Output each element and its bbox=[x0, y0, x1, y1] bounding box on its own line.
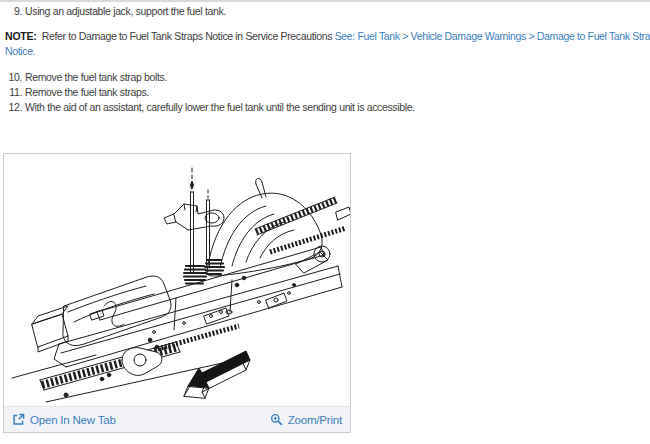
step-text: With the aid of an assistant, carefully … bbox=[25, 100, 415, 115]
instructions-block: 9. Using an adjustable jack, support the… bbox=[0, 2, 650, 115]
step-text: Using an adjustable jack, support the fu… bbox=[25, 4, 226, 19]
open-in-new-tab-link[interactable]: Open In New Tab bbox=[12, 413, 116, 426]
zoom-in-icon bbox=[270, 413, 283, 426]
reference-link-line1[interactable]: See: Fuel Tank > Vehicle Damage Warnings… bbox=[335, 30, 650, 42]
step-text: Remove the fuel tank straps. bbox=[25, 85, 149, 100]
zoom-print-link[interactable]: Zoom/Print bbox=[270, 413, 342, 426]
step-item: 12. With the aid of an assistant, carefu… bbox=[5, 100, 650, 115]
figure-canvas[interactable] bbox=[4, 154, 350, 406]
mount-bracket bbox=[122, 348, 162, 376]
step-text: Remove the fuel tank strap bolts. bbox=[25, 70, 167, 85]
direction-arrow bbox=[184, 351, 250, 398]
frame-rail-near bbox=[54, 266, 342, 367]
step-number: 12. bbox=[5, 100, 22, 115]
step-number: 11. bbox=[5, 85, 22, 100]
frame-rail-far bbox=[97, 247, 324, 320]
zoom-print-label[interactable]: Zoom/Print bbox=[288, 414, 342, 426]
step-number: 10. bbox=[5, 70, 22, 85]
figure-panel: Open In New Tab Zoom/Print bbox=[3, 153, 351, 433]
step-item: 11. Remove the fuel tank straps. bbox=[5, 85, 650, 100]
chassis-fuel-tank-diagram bbox=[4, 154, 350, 406]
note-label: NOTE: bbox=[5, 30, 37, 42]
open-in-new-tab-label[interactable]: Open In New Tab bbox=[30, 414, 116, 426]
figure-toolbar: Open In New Tab Zoom/Print bbox=[4, 406, 350, 432]
jack-rods bbox=[191, 168, 210, 272]
step-item: 9. Using an adjustable jack, support the… bbox=[5, 4, 650, 19]
reference-link-line2[interactable]: Notice. bbox=[5, 45, 35, 57]
note-body: Refer to Damage to Fuel Tank Straps Noti… bbox=[42, 30, 332, 42]
open-in-new-tab-icon bbox=[12, 413, 25, 426]
step-number: 9. bbox=[5, 4, 22, 19]
fuel-tank-outline bbox=[63, 276, 171, 346]
note-paragraph: NOTE:Refer to Damage to Fuel Tank Straps… bbox=[5, 29, 650, 59]
canister-box bbox=[32, 306, 68, 352]
step-item: 10. Remove the fuel tank strap bolts. bbox=[5, 70, 650, 85]
